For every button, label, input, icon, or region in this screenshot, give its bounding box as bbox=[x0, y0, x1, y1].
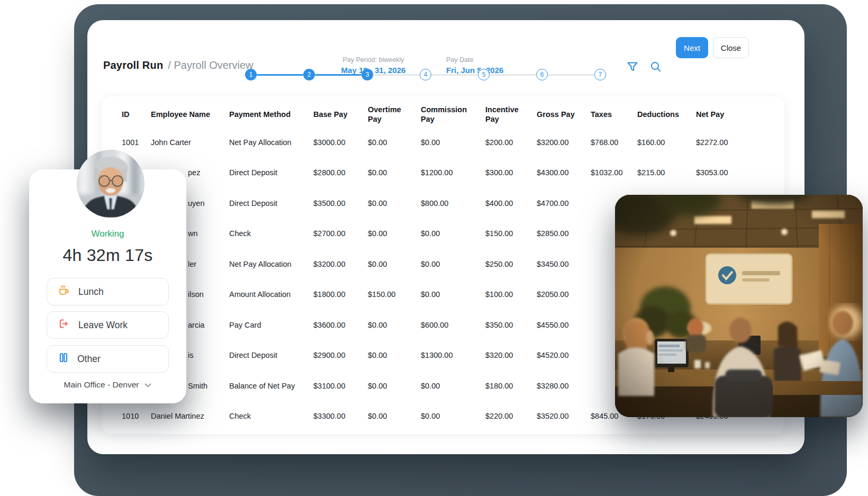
cell-incentive-pay: $150.00 bbox=[485, 229, 537, 238]
breadcrumb: Payroll Run / Payroll Overview bbox=[103, 59, 254, 71]
cell-commission-pay: $600.00 bbox=[421, 321, 485, 329]
cell-commission-pay: $1300.00 bbox=[421, 351, 485, 359]
stepper-step-1[interactable]: 1 bbox=[245, 69, 257, 80]
cell-id: 1001 bbox=[122, 138, 151, 147]
filter-icon[interactable] bbox=[623, 57, 642, 76]
cell-base-pay: $3300.00 bbox=[313, 412, 368, 420]
cell-base-pay: $2700.00 bbox=[313, 229, 368, 238]
cell-incentive-pay: $200.00 bbox=[485, 138, 537, 147]
search-icon[interactable] bbox=[646, 57, 665, 76]
location-label: Main Office - Denver bbox=[64, 380, 139, 390]
cell-overtime-pay: $0.00 bbox=[368, 199, 421, 208]
cell-taxes: $1032.00 bbox=[591, 168, 637, 177]
stepper-connector bbox=[431, 74, 478, 76]
page-title: Payroll Run bbox=[103, 59, 163, 71]
cell-overtime-pay: $0.00 bbox=[368, 138, 421, 147]
cell-payment-method: Check bbox=[229, 412, 313, 420]
cell-gross-pay: $4520.00 bbox=[537, 351, 591, 359]
cell-overtime-pay: $0.00 bbox=[368, 321, 421, 329]
cell-commission-pay: $0.00 bbox=[421, 229, 485, 238]
table-row: pezDirect Deposit$2800.00$0.00$1200.00$3… bbox=[122, 158, 784, 188]
lunch-button[interactable]: Lunch bbox=[47, 278, 169, 305]
cell-gross-pay: $2050.00 bbox=[537, 290, 591, 299]
cell-deductions: $215.00 bbox=[637, 168, 696, 177]
cell-gross-pay: $4550.00 bbox=[537, 321, 591, 329]
cell-overtime-pay: $150.00 bbox=[368, 290, 421, 299]
stepper: 1234567 bbox=[245, 69, 606, 80]
stepper-step-3[interactable]: 3 bbox=[361, 69, 373, 80]
cell-payment-method: Amount Allocation bbox=[229, 290, 313, 299]
column-header-incentive-pay: Incentive Pay bbox=[485, 105, 537, 124]
employee-avatar bbox=[77, 150, 144, 218]
cell-commission-pay: $0.00 bbox=[421, 290, 485, 299]
cell-deductions: $160.00 bbox=[637, 138, 696, 147]
close-button[interactable]: Close bbox=[713, 37, 749, 58]
stepper-connector bbox=[373, 74, 420, 76]
cell-employee-name: John Carter bbox=[151, 138, 229, 147]
cell-incentive-pay: $220.00 bbox=[485, 412, 537, 420]
cell-incentive-pay: $320.00 bbox=[485, 351, 537, 359]
location-dropdown[interactable]: Main Office - Denver bbox=[29, 380, 186, 390]
cell-incentive-pay: $350.00 bbox=[485, 321, 537, 329]
cell-gross-pay: $3200.00 bbox=[537, 138, 591, 147]
column-header-gross-pay: Gross Pay bbox=[537, 110, 591, 119]
cell-taxes: $768.00 bbox=[591, 138, 637, 147]
cell-payment-method: Direct Deposit bbox=[229, 351, 313, 359]
stepper-connector bbox=[490, 74, 536, 76]
other-label: Other bbox=[77, 354, 101, 365]
page-subtitle: / Payroll Overview bbox=[168, 59, 253, 71]
column-header-commission-pay: Commission Pay bbox=[421, 105, 485, 124]
cell-payment-method: Direct Deposit bbox=[229, 168, 313, 177]
cell-incentive-pay: $250.00 bbox=[485, 260, 537, 268]
cell-commission-pay: $0.00 bbox=[421, 412, 485, 420]
cell-base-pay: $1800.00 bbox=[313, 290, 368, 299]
cell-gross-pay: $3280.00 bbox=[537, 382, 591, 390]
stepper-connector bbox=[548, 74, 594, 76]
cell-gross-pay: $3450.00 bbox=[537, 260, 591, 268]
cell-payment-method: Check bbox=[229, 229, 313, 238]
cell-incentive-pay: $300.00 bbox=[485, 168, 537, 177]
column-header-id: ID bbox=[122, 110, 151, 119]
cell-payment-method: Pay Card bbox=[229, 321, 313, 329]
cell-overtime-pay: $0.00 bbox=[368, 412, 421, 420]
stepper-step-6[interactable]: 6 bbox=[536, 69, 548, 80]
column-header-employee-name: Employee Name bbox=[151, 110, 229, 119]
cell-payment-method: Net Pay Allocation bbox=[229, 260, 313, 268]
column-header-deductions: Deductions bbox=[637, 110, 696, 119]
cell-net-pay: $2272.00 bbox=[696, 138, 760, 147]
stepper-connector bbox=[257, 74, 303, 76]
stepper-step-2[interactable]: 2 bbox=[303, 69, 315, 80]
chevron-down-icon bbox=[144, 380, 151, 390]
stepper-step-4[interactable]: 4 bbox=[420, 69, 431, 80]
cell-payment-method: Direct Deposit bbox=[229, 199, 313, 208]
column-header-payment-method: Payment Method bbox=[229, 110, 313, 119]
pay-period-label: Pay Period: biweekly bbox=[330, 56, 417, 64]
cell-commission-pay: $1200.00 bbox=[421, 168, 485, 177]
cell-payment-method: Net Pay Allocation bbox=[229, 138, 313, 147]
leave-work-icon bbox=[58, 318, 70, 332]
cell-payment-method: Balance of Net Pay bbox=[229, 382, 313, 390]
cell-base-pay: $3600.00 bbox=[313, 321, 368, 329]
stepper-step-5[interactable]: 5 bbox=[478, 69, 490, 80]
status-badge: Working bbox=[29, 229, 186, 239]
cell-commission-pay: $0.00 bbox=[421, 382, 485, 390]
stepper-step-7[interactable]: 7 bbox=[594, 69, 606, 80]
pause-icon bbox=[58, 352, 69, 366]
next-button[interactable]: Next bbox=[676, 37, 708, 58]
cell-incentive-pay: $180.00 bbox=[485, 382, 537, 390]
leave-work-label: Leave Work bbox=[78, 320, 128, 331]
coffee-cup-icon bbox=[58, 284, 70, 299]
cell-overtime-pay: $0.00 bbox=[368, 351, 421, 359]
table-row: 1001John CarterNet Pay Allocation$3000.0… bbox=[122, 127, 784, 158]
other-button[interactable]: Other bbox=[47, 345, 169, 373]
cell-incentive-pay: $100.00 bbox=[485, 290, 537, 299]
stepper-connector bbox=[315, 74, 361, 76]
cell-base-pay: $2800.00 bbox=[313, 168, 368, 177]
cell-commission-pay: $0.00 bbox=[421, 260, 485, 268]
leave-work-button[interactable]: Leave Work bbox=[47, 311, 169, 339]
cell-net-pay: $3053.00 bbox=[696, 168, 760, 177]
cell-gross-pay: $4700.00 bbox=[537, 199, 591, 208]
table-header-row: IDEmployee NamePayment MethodBase PayOve… bbox=[122, 102, 784, 127]
cell-overtime-pay: $0.00 bbox=[368, 260, 421, 268]
cell-base-pay: $3100.00 bbox=[313, 382, 368, 390]
